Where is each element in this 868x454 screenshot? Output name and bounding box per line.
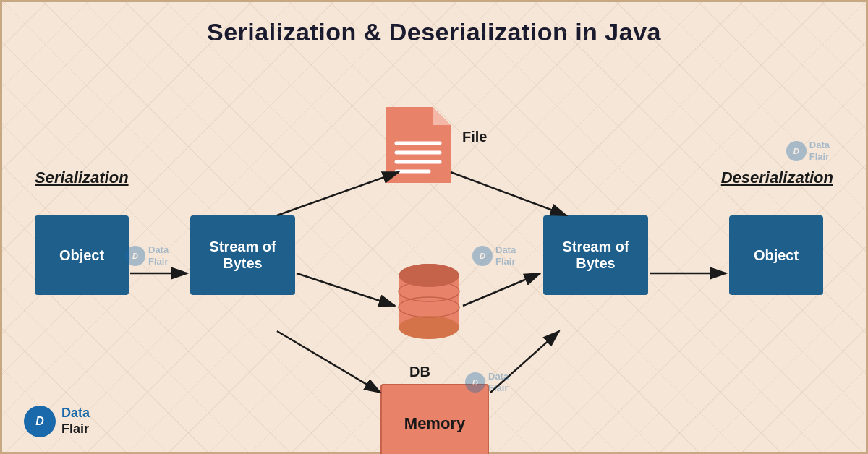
file-icon xyxy=(386,107,451,183)
dataflair-logo: D Data Flair xyxy=(24,406,90,437)
svg-point-8 xyxy=(399,316,459,339)
logo-text: Data Flair xyxy=(61,406,90,437)
file-label: File xyxy=(462,129,487,145)
svg-marker-1 xyxy=(433,107,451,125)
watermark-4: D DataFlair xyxy=(786,140,830,162)
svg-line-14 xyxy=(297,273,395,306)
page-title: Serialization & Deserialization in Java xyxy=(2,2,866,46)
watermark-circle-3: D xyxy=(465,372,485,393)
logo-circle: D xyxy=(24,406,56,437)
watermark-text-3: DataFlair xyxy=(488,371,509,393)
watermark-circle-4: D xyxy=(786,141,807,161)
watermark-2: D DataFlair xyxy=(472,244,516,267)
main-container: Serialization & Deserialization in Java … xyxy=(0,0,868,454)
svg-line-18 xyxy=(451,172,566,215)
svg-line-19 xyxy=(277,331,380,393)
watermark-text-4: DataFlair xyxy=(809,140,830,162)
object-left-box: Object xyxy=(35,215,129,295)
logo-flair: Flair xyxy=(61,421,89,436)
watermark-circle-2: D xyxy=(472,246,493,266)
watermark-3: D DataFlair xyxy=(465,371,509,393)
logo-letter: D xyxy=(35,415,44,428)
diagram-area: Serialization Deserialization File DB Ob… xyxy=(2,60,866,452)
serialization-label: Serialization xyxy=(35,168,129,187)
watermark-1: D DataFlair xyxy=(125,244,169,267)
logo-data: Data xyxy=(61,406,90,420)
memory-box: Memory xyxy=(380,384,489,454)
object-right-box: Object xyxy=(729,215,823,295)
watermark-text-2: DataFlair xyxy=(495,244,516,267)
db-icon xyxy=(396,262,461,345)
svg-line-15 xyxy=(463,273,540,306)
db-label: DB xyxy=(409,364,430,380)
svg-line-17 xyxy=(277,172,399,215)
watermark-text-1: DataFlair xyxy=(148,244,169,267)
stream-right-box: Stream of Bytes xyxy=(543,215,648,295)
deserialization-label: Deserialization xyxy=(721,168,833,187)
watermark-circle-1: D xyxy=(125,246,145,266)
stream-left-box: Stream of Bytes xyxy=(190,215,295,295)
svg-point-9 xyxy=(399,264,459,287)
